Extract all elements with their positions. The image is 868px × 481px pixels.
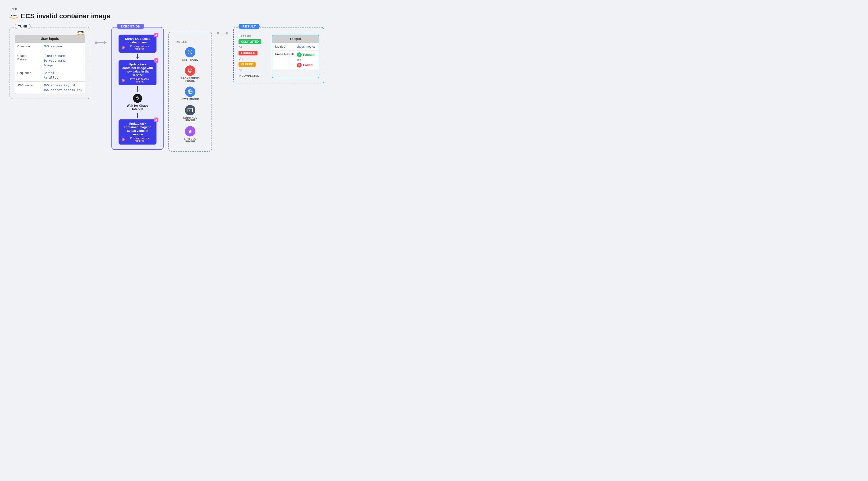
probe-item-srm: SRM SLOPROBE bbox=[174, 126, 207, 143]
service-name-value: Service name bbox=[43, 59, 82, 62]
probe-item-k8s: K8S PROBE bbox=[174, 47, 207, 61]
exec-arrow-3 bbox=[136, 113, 139, 119]
svg-rect-19 bbox=[188, 108, 192, 112]
arrow-head bbox=[104, 41, 107, 44]
or-2: OR bbox=[239, 57, 267, 60]
wait-icon: ⏱ bbox=[133, 94, 142, 103]
secret-key-value: AWS secret access key bbox=[43, 88, 82, 92]
result-status-col: STATUS COMPLETED OR ERRORED OR QUEUED OR… bbox=[239, 35, 267, 78]
probe-passed: ✓ Passed bbox=[297, 52, 315, 57]
probe-passed-text: Passed bbox=[303, 53, 315, 57]
cluster-name-value: Cluster name bbox=[43, 54, 82, 58]
probe-items: K8S PROBE PROMETHEUSPROBE HTTP PROBE bbox=[174, 47, 207, 143]
inputs-table: User Inputs Common AWS region ChaosDetai… bbox=[15, 35, 85, 94]
svg-marker-4 bbox=[155, 119, 157, 121]
probe-item-command: COMMANDPROBE bbox=[174, 105, 207, 122]
result-label: RESULT bbox=[239, 24, 259, 29]
exec-arrow-2 bbox=[136, 86, 139, 92]
probe-failed: ✕ Failed bbox=[297, 63, 315, 67]
tune-section: TUNE aws User Inputs Common AWS region C… bbox=[9, 27, 90, 99]
inputs-table-header: User Inputs bbox=[15, 35, 85, 42]
status-completed: COMPLETED bbox=[239, 39, 261, 44]
probe-failed-icon: ✕ bbox=[297, 63, 302, 67]
execution-label: EXECUTION bbox=[117, 24, 145, 29]
metrics-value: chaos metrics bbox=[297, 45, 315, 49]
exec-box-update-actual: Update task container image to actual va… bbox=[119, 120, 156, 145]
svg-marker-3 bbox=[155, 60, 157, 61]
aws-region-value: AWS region bbox=[43, 44, 82, 48]
exec-update-new-privilege: i Privilege access required bbox=[122, 78, 153, 83]
chaos-values: Cluster name Service name Image bbox=[41, 52, 85, 69]
probes-to-result-arrow bbox=[217, 27, 228, 35]
secret-values: AWS access key Id AWS secret access key bbox=[41, 82, 85, 94]
exec-box-pink-corner2 bbox=[154, 58, 158, 63]
or-3: OR bbox=[239, 69, 267, 71]
priv-icon2: i bbox=[122, 79, 125, 82]
aws-smile-icon bbox=[9, 17, 18, 19]
srm-probe-icon bbox=[185, 126, 195, 136]
exec-step-update-new: Update task container image with new val… bbox=[119, 60, 156, 85]
k8s-probe-name: K8S PROBE bbox=[182, 59, 198, 61]
exec-arrow-tip2 bbox=[136, 90, 139, 92]
inputs-row-common: Common AWS region bbox=[15, 42, 85, 52]
diagram-container: TUNE aws User Inputs Common AWS region C… bbox=[9, 27, 859, 152]
metrics-label: Metrics bbox=[275, 45, 294, 49]
svg-point-5 bbox=[190, 52, 191, 53]
prometheus-probe-icon bbox=[185, 65, 195, 76]
probes-label: PROBES bbox=[174, 40, 207, 43]
circle-dot2 bbox=[217, 32, 219, 34]
probe-passed-icon: ✓ bbox=[297, 52, 302, 57]
fault-label: Fault bbox=[9, 7, 859, 11]
serial-value: Serial bbox=[43, 71, 82, 75]
inputs-row-secret: AWS secret AWS access key Id AWS secret … bbox=[15, 81, 85, 94]
aws-logo-top-right: aws bbox=[76, 30, 85, 35]
arrow-line-h2 bbox=[219, 33, 226, 33]
aws-text-corner: aws bbox=[78, 30, 84, 33]
svg-marker-2 bbox=[155, 34, 157, 36]
arrow-line-h bbox=[97, 42, 104, 43]
exec-derive-text: Derive ECS tasks under chaos bbox=[125, 37, 150, 44]
common-label: Common bbox=[15, 43, 41, 52]
exec-box-update-new: Update task container image with new val… bbox=[119, 60, 156, 85]
or-1: OR bbox=[239, 46, 267, 49]
tune-label: TUNE bbox=[15, 24, 31, 29]
exec-derive-privilege: i Privilege access required bbox=[122, 45, 153, 50]
aws-smile-corner-icon bbox=[76, 33, 85, 35]
aws-logo: aws bbox=[9, 14, 18, 19]
result-section: RESULT STATUS COMPLETED OR ERRORED OR QU… bbox=[233, 27, 324, 84]
exec-box-pink-corner bbox=[154, 33, 158, 37]
exec-arrow-line bbox=[137, 54, 138, 57]
probe-or: OR bbox=[297, 59, 315, 61]
chaos-label: ChaosDetails bbox=[15, 52, 41, 69]
priv-text: Privilege access required bbox=[126, 45, 153, 50]
common-values: AWS region bbox=[41, 43, 85, 52]
probes-outer-box: PROBES K8S PROBE PROMETHEUSPROBE bbox=[168, 32, 212, 152]
arrow-head2 bbox=[226, 32, 228, 35]
output-probe-row: Probe Results ✓ Passed OR ✕ Failed bbox=[272, 50, 319, 69]
probe-item-http: HTTP PROBE bbox=[174, 87, 207, 101]
exec-step-update-actual: Update task container image to actual va… bbox=[119, 120, 156, 145]
exec-box-pink-corner3 bbox=[154, 118, 158, 122]
exec-arrow-line3 bbox=[137, 113, 138, 117]
result-output-box: Output Metrics chaos metrics Probe Resul… bbox=[272, 35, 319, 78]
inputs-row-sequence: Sequence Serial Parallel bbox=[15, 69, 85, 81]
execution-section: EXECUTION Derive ECS tasks under chaos i… bbox=[112, 27, 164, 150]
exec-update-actual-text: Update task container image to actual va… bbox=[124, 122, 152, 136]
exec-steps: Derive ECS tasks under chaos i Privilege… bbox=[116, 35, 159, 145]
probe-result-col: ✓ Passed OR ✕ Failed bbox=[297, 52, 315, 67]
main-title: aws ECS invalid container image bbox=[9, 12, 859, 20]
priv-text3: Privilege access required bbox=[126, 137, 153, 142]
inputs-row-chaos: ChaosDetails Cluster name Service name I… bbox=[15, 52, 85, 69]
probe-failed-text: Failed bbox=[303, 63, 312, 67]
svg-point-15 bbox=[190, 70, 191, 71]
probe-results-label: Probe Results bbox=[275, 52, 294, 56]
svg-line-13 bbox=[188, 53, 189, 54]
status-errored: ERRORED bbox=[239, 51, 257, 56]
svg-line-10 bbox=[188, 51, 189, 52]
probes-section: PROBES K8S PROBE PROMETHEUSPROBE bbox=[171, 36, 209, 148]
exec-update-new-text: Update task container image with new val… bbox=[122, 63, 153, 77]
svg-line-12 bbox=[191, 51, 192, 52]
command-probe-icon bbox=[185, 105, 195, 116]
srm-probe-name: SRM SLOPROBE bbox=[184, 138, 196, 143]
exec-step-derive: Derive ECS tasks under chaos i Privilege… bbox=[119, 35, 156, 53]
